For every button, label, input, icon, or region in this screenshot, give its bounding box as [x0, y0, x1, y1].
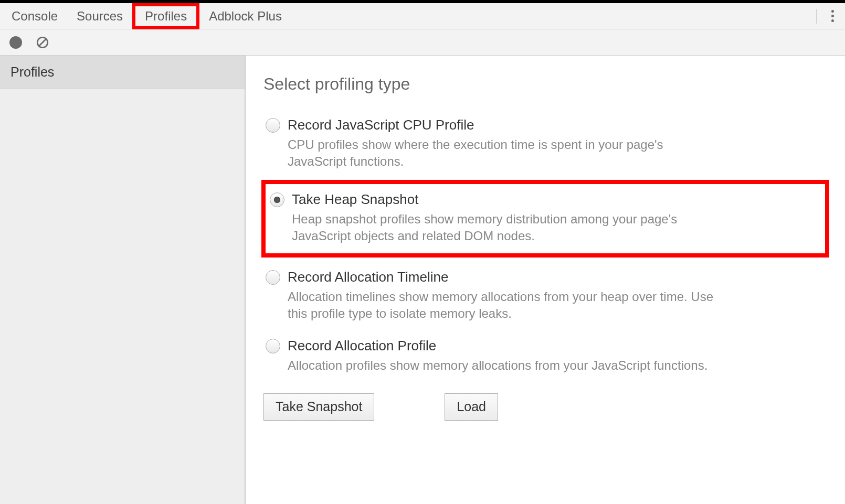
content-area: Profiles Select profiling type Record Ja… [0, 56, 845, 504]
option-allocation-profile[interactable]: Record Allocation Profile Allocation pro… [263, 334, 827, 385]
option-text: Record Allocation Profile Allocation pro… [288, 338, 825, 374]
tab-sources[interactable]: Sources [67, 3, 132, 29]
tab-adblock-plus[interactable]: Adblock Plus [199, 3, 291, 29]
profiling-type-heading: Select profiling type [263, 74, 827, 94]
option-text: Record JavaScript CPU Profile CPU profil… [288, 117, 825, 170]
tab-divider [816, 9, 817, 24]
main-panel: Select profiling type Record JavaScript … [246, 56, 845, 504]
take-snapshot-button[interactable]: Take Snapshot [263, 393, 374, 421]
more-options-icon[interactable] [822, 6, 843, 27]
devtools-tab-bar: Console Sources Profiles Adblock Plus [0, 3, 845, 29]
option-title: Record JavaScript CPU Profile [288, 117, 825, 133]
option-heap-snapshot[interactable]: Take Heap Snapshot Heap snapshot profile… [268, 187, 823, 249]
sidebar-header-profiles[interactable]: Profiles [0, 56, 245, 89]
option-title: Take Heap Snapshot [292, 191, 821, 208]
profiles-toolbar [0, 29, 845, 56]
option-title: Record Allocation Profile [288, 338, 825, 354]
record-icon[interactable] [9, 36, 22, 49]
load-button[interactable]: Load [445, 393, 498, 421]
option-description: Allocation timelines show memory allocat… [288, 288, 718, 323]
option-text: Take Heap Snapshot Heap snapshot profile… [292, 191, 821, 245]
radio-icon[interactable] [266, 270, 280, 285]
radio-icon[interactable] [270, 192, 284, 207]
tab-bar-right [811, 6, 843, 27]
option-title: Record Allocation Timeline [288, 269, 825, 285]
tab-console[interactable]: Console [2, 3, 67, 29]
option-cpu-profile[interactable]: Record JavaScript CPU Profile CPU profil… [263, 113, 827, 182]
radio-icon[interactable] [266, 118, 280, 133]
option-description: Allocation profiles show memory allocati… [288, 357, 718, 374]
action-button-row: Take Snapshot Load [263, 393, 827, 421]
svg-line-1 [39, 39, 46, 46]
tab-profiles[interactable]: Profiles [132, 3, 199, 29]
radio-icon[interactable] [266, 339, 280, 353]
option-description: Heap snapshot profiles show memory distr… [292, 211, 722, 245]
option-text: Record Allocation Timeline Allocation ti… [288, 269, 825, 323]
option-allocation-timeline[interactable]: Record Allocation Timeline Allocation ti… [263, 265, 827, 334]
clear-icon[interactable] [36, 36, 49, 49]
option-description: CPU profiles show where the execution ti… [288, 136, 718, 170]
highlight-heap-snapshot: Take Heap Snapshot Heap snapshot profile… [261, 180, 829, 258]
sidebar: Profiles [0, 56, 246, 504]
